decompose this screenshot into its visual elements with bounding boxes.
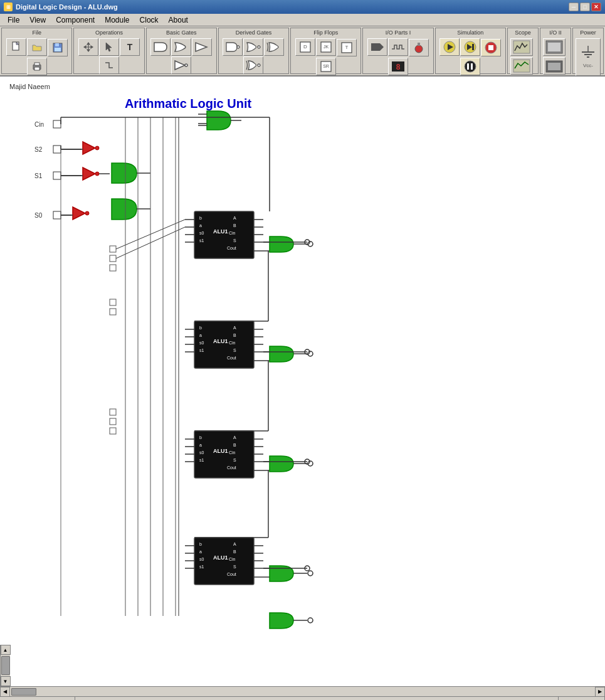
b-input-2[interactable] [110,255,116,262]
toolbar-io2a-btn[interactable] [543,38,566,56]
toolbar-select-btn[interactable] [99,38,119,56]
toolbar-clock-btn[interactable] [388,38,408,56]
svg-text:Cin: Cin [229,450,236,455]
s2-input[interactable] [53,146,61,153]
svg-rect-40 [548,63,560,70]
svg-rect-19 [371,43,380,51]
hscroll-thumb[interactable] [11,688,36,696]
svg-point-55 [85,211,89,215]
toolbar-nor-btn[interactable] [243,38,263,56]
toolbar-move-btn[interactable] [78,38,98,56]
toolbar-input-btn[interactable] [367,38,387,56]
toolbar-xor-btn[interactable] [264,38,284,56]
svg-text:A: A [233,216,236,220]
canvas-area[interactable]: Majid Naeem Arithmatic Logic Unit Cin S2… [0,77,605,645]
toolbar-group-basic-label: Basic Gates [166,29,197,36]
b-input-5[interactable] [110,309,116,315]
close-button[interactable]: ✕ [591,3,601,11]
svg-rect-34 [471,63,473,70]
toolbar-and-btn[interactable] [150,38,171,56]
svg-text:S0: S0 [34,212,43,219]
menu-file[interactable]: File [3,14,24,26]
menu-about[interactable]: About [164,14,193,26]
svg-text:a: a [199,549,202,554]
toolbar-tff-btn[interactable]: T [337,39,357,56]
toolbar-srff-btn[interactable]: SR [316,58,336,75]
b-input-8[interactable] [110,428,116,434]
s0-input[interactable] [53,211,61,219]
svg-text:A: A [233,435,236,440]
out-and-1 [270,236,293,252]
svg-text:s1: s1 [199,348,204,353]
menu-component[interactable]: Component [51,14,100,26]
hscroll-left-btn[interactable]: ◀ [0,687,10,697]
toolbar-play-btn[interactable] [439,38,460,56]
toolbar-group-file: File [1,28,72,74]
svg-text:Cin: Cin [229,231,236,235]
toolbar-stop-btn[interactable] [481,39,501,56]
b-input-4[interactable] [110,299,116,305]
svg-text:b: b [199,326,202,330]
toolbar-new-btn[interactable] [6,38,26,56]
b-input-6[interactable] [110,409,116,415]
svg-text:Vcc-: Vcc- [583,63,593,68]
vscroll-up-btn[interactable]: ▲ [1,645,11,655]
toolbar-dff-btn[interactable]: D [295,38,315,56]
toolbar-save-btn[interactable] [48,39,68,56]
b-input-1[interactable] [110,246,116,252]
toolbar-led-btn[interactable] [409,39,429,56]
svg-text:a: a [199,443,202,447]
svg-point-50 [95,146,99,150]
svg-text:Cout: Cout [227,572,236,576]
vscroll-thumb[interactable] [1,656,10,675]
svg-text:Cout: Cout [227,246,236,250]
toolbar-step-btn[interactable] [460,38,480,56]
svg-text:ALU1: ALU1 [213,554,228,561]
out-and-5 [270,613,293,628]
toolbar-wire-btn[interactable] [99,56,119,74]
statusbar: Ready x= 2 y= 537 [0,696,605,700]
vscroll-down-btn[interactable]: ▼ [1,676,11,686]
toolbar-7seg-btn[interactable]: 8 [388,58,408,75]
svg-point-32 [465,61,476,72]
menu-clock[interactable]: Clock [135,14,164,26]
toolbar-group-derived-gates: Derived Gates [218,28,289,74]
title-text: Digital Logic Design - ALU.dwg [16,3,569,11]
toolbar-print-btn[interactable] [27,58,47,75]
toolbar-scope1-btn[interactable] [510,38,533,56]
svg-text:b: b [199,435,202,440]
toolbar-nand-btn[interactable] [223,38,243,56]
toolbar-vcc-btn[interactable]: Vcc- [576,38,601,76]
toolbar-pause-btn[interactable] [460,58,480,75]
svg-text:B: B [233,223,236,228]
vertical-scrollbar[interactable]: ▲ ▼ [0,645,10,686]
s1-input[interactable] [53,172,61,179]
toolbar-group-io-label: I/O Parts I [386,29,411,36]
maximize-button[interactable]: □ [580,3,590,11]
toolbar-jkff-btn[interactable]: JK [316,38,336,56]
toolbar-group-operations: Operations T [73,28,144,74]
b-input-3[interactable] [110,265,116,271]
toolbar-buf-btn[interactable] [192,38,212,56]
toolbar-group-power: Power Vcc- [572,28,604,74]
b-input-7[interactable] [110,418,116,425]
s0-not-gate [73,207,85,220]
svg-text:S2: S2 [34,146,43,153]
toolbar-or-btn[interactable] [171,38,191,56]
toolbar-io2b-btn[interactable] [543,57,566,75]
toolbar-xnor-btn[interactable] [243,56,263,74]
minimize-button[interactable]: ─ [569,3,579,11]
menu-view[interactable]: View [24,14,51,26]
toolbar-text-btn[interactable]: T [120,38,140,56]
toolbar-open-btn[interactable] [27,38,47,56]
cin-input[interactable] [53,120,61,128]
hscroll-right-btn[interactable]: ▶ [595,687,605,697]
toolbar-scope2-btn[interactable] [510,57,533,75]
toolbar-notbuf-btn[interactable] [171,56,191,74]
horizontal-scrollbar[interactable]: ◀ ▶ [0,686,605,696]
svg-rect-2 [55,43,59,46]
menu-module[interactable]: Module [100,14,134,26]
s0-and-gate [112,199,137,220]
svg-text:B: B [233,443,236,447]
svg-text:S: S [233,348,236,353]
